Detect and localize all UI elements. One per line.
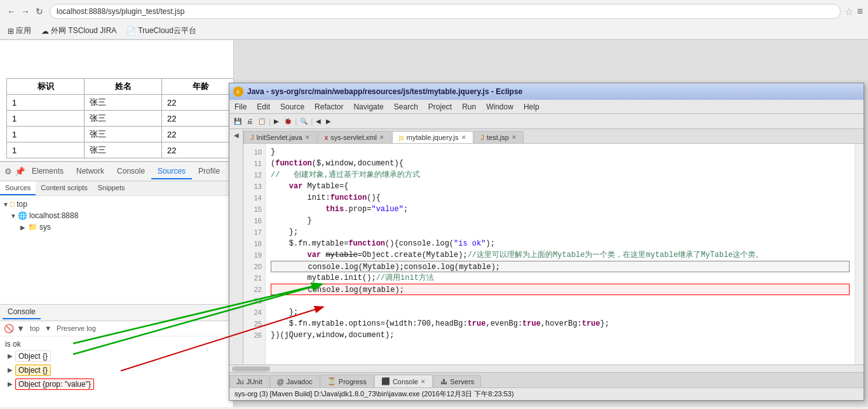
- close-icon-2[interactable]: ✕: [379, 134, 384, 141]
- close-icon-4[interactable]: ✕: [512, 134, 517, 141]
- bottom-tab-progress[interactable]: ⏳ Progress: [320, 375, 374, 387]
- tree-item-top[interactable]: ▼ □ top: [0, 198, 234, 210]
- bookmarks-bar: ⊞ 应用 ☁ 外网 TSCloud JIRA 📄 TrueCloud云平台: [0, 23, 868, 39]
- obj-arrow-1[interactable]: ▶: [8, 352, 13, 359]
- menu-edit[interactable]: Edit: [252, 101, 275, 113]
- java-icon: J: [250, 134, 254, 141]
- menu-run[interactable]: Run: [457, 101, 481, 113]
- tab-network[interactable]: Network: [70, 164, 111, 179]
- menu-refactor[interactable]: Refactor: [309, 101, 348, 113]
- close-icon[interactable]: ✕: [305, 134, 310, 141]
- toolbar-save[interactable]: 💾: [232, 117, 243, 125]
- toolbar-debug[interactable]: 🐞: [282, 117, 294, 125]
- sources-sub-tabs: Sources Content scripts Snippets: [0, 181, 234, 196]
- editor-scrollbar[interactable]: [855, 144, 864, 364]
- ln-26: 26: [243, 329, 265, 341]
- toolbar-copy[interactable]: 📋: [256, 117, 268, 125]
- tab-init-servlet-label: InitServlet.java: [257, 134, 302, 141]
- reload-button[interactable]: ↻: [33, 5, 46, 18]
- tab-console[interactable]: Console: [111, 164, 151, 179]
- tree-item-localhost[interactable]: ▼ 🌐 localhost:8888: [0, 210, 234, 221]
- folder2-icon: 📁: [28, 223, 37, 232]
- console-toolbar: 🚫 ▼ top ▼ Preserve log: [0, 321, 234, 336]
- eclipse-bottom-tabs: Ju JUnit @ Javadoc ⏳ Progress ⬛ Console …: [229, 373, 864, 388]
- console-obj-3[interactable]: ▶ Object {prop: "value"}: [5, 377, 229, 391]
- console-close-icon[interactable]: ✕: [421, 378, 426, 385]
- bottom-tab-progress-label: Progress: [339, 378, 367, 385]
- eclipse-window: E Java - sys-org/src/main/webapp/resourc…: [229, 83, 864, 401]
- preserve-log-label: Preserve log: [57, 324, 96, 332]
- obj-arrow-2[interactable]: ▶: [8, 366, 13, 373]
- menu-icon[interactable]: ≡: [857, 6, 863, 17]
- console-obj-1[interactable]: ▶ Object {}: [5, 349, 229, 363]
- tab-sources[interactable]: Sources: [151, 164, 192, 179]
- menu-source[interactable]: Source: [275, 101, 309, 113]
- filter-console-button[interactable]: ▼: [17, 324, 25, 333]
- horizontal-scrollbar[interactable]: [229, 364, 864, 372]
- console-obj-2[interactable]: ▶ Object {}: [5, 363, 229, 377]
- tscloud-label: 外网 TSCloud JIRA: [51, 25, 116, 36]
- js-icon: js: [399, 134, 404, 141]
- context-dropdown[interactable]: top: [27, 324, 42, 332]
- bottom-tab-junit-label: JUnit: [247, 378, 262, 385]
- menu-window[interactable]: Window: [481, 101, 519, 113]
- bookmark-apps[interactable]: ⊞ 应用: [5, 24, 34, 38]
- panel-toggle[interactable]: ◀: [234, 132, 239, 139]
- menu-project[interactable]: Project: [423, 101, 457, 113]
- code-line-11: (function($,window,document){: [271, 158, 850, 169]
- bookmark-truecloud[interactable]: 📄 TrueCloud云平台: [124, 24, 199, 38]
- bottom-tab-servers[interactable]: 🖧 Servers: [433, 375, 481, 387]
- code-area[interactable]: } (function($,window,document){ // 创建对象,…: [266, 144, 855, 364]
- tab-mytable-jquery[interactable]: js mytable.jquery.js ✕: [392, 131, 473, 143]
- truecloud-label: TrueCloud云平台: [138, 25, 196, 36]
- devtools-icon[interactable]: ⚙: [3, 167, 14, 176]
- tab-init-servlet[interactable]: J InitServlet.java ✕: [243, 131, 317, 143]
- toolbar-run[interactable]: ▶: [272, 117, 281, 125]
- ln-17: 17: [243, 226, 265, 238]
- ln-21: 21: [243, 272, 265, 284]
- table-row: 1张三22: [7, 111, 234, 127]
- bookmark-tscloud[interactable]: ☁ 外网 TSCloud JIRA: [39, 24, 119, 38]
- forward-button[interactable]: →: [19, 5, 32, 18]
- ln-25: 25: [243, 318, 265, 329]
- clear-console-button[interactable]: 🚫: [4, 324, 14, 333]
- sub-tab-content-scripts[interactable]: Content scripts: [36, 181, 92, 195]
- eclipse-title-text: Java - sys-org/src/main/webapp/resources…: [247, 87, 522, 96]
- menu-search[interactable]: Search: [389, 101, 423, 113]
- sub-tab-snippets[interactable]: Snippets: [93, 181, 130, 195]
- bottom-tab-console[interactable]: ⬛ Console ✕: [374, 375, 433, 387]
- star-icon[interactable]: ☆: [844, 6, 853, 18]
- console-tab[interactable]: Console: [3, 305, 41, 319]
- devtools-pin[interactable]: 📌: [14, 167, 25, 176]
- ln-23: 23: [243, 295, 265, 307]
- webpage: 标识 姓名 年龄 1张三22 1张三22 1张三22 1张三22 ⚙ 📌: [0, 40, 234, 407]
- toolbar-back[interactable]: ◀: [314, 117, 323, 125]
- menu-help[interactable]: Help: [519, 101, 545, 113]
- toolbar-print[interactable]: 🖨: [245, 117, 255, 125]
- sub-tab-sources[interactable]: Sources: [0, 181, 36, 195]
- address-bar[interactable]: [50, 4, 841, 19]
- close-icon-3[interactable]: ✕: [461, 134, 466, 141]
- cloud-icon: ☁: [41, 27, 49, 36]
- menu-file[interactable]: File: [229, 101, 252, 113]
- tab-test-jsp[interactable]: J test.jsp ✕: [474, 131, 524, 143]
- menu-navigate[interactable]: Navigate: [348, 101, 388, 113]
- bottom-tab-javadoc[interactable]: @ Javadoc: [270, 375, 320, 387]
- toolbar-search[interactable]: 🔍: [298, 117, 309, 125]
- bottom-tab-junit[interactable]: Ju JUnit: [229, 375, 269, 387]
- eclipse-editor-tabs: J InitServlet.java ✕ x sys-servlet.xml ✕…: [243, 129, 864, 144]
- obj-arrow-3[interactable]: ▶: [8, 380, 13, 387]
- code-line-26: })(jQuery,window,document);: [271, 329, 850, 341]
- tab-profile[interactable]: Profile: [192, 164, 226, 179]
- eclipse-icon: E: [233, 87, 243, 97]
- ln-12: 12: [243, 169, 265, 181]
- console-content: is ok ▶ Object {} ▶ Object {} ▶ Object {…: [0, 336, 234, 408]
- eclipse-titlebar: E Java - sys-org/src/main/webapp/resourc…: [229, 83, 864, 100]
- code-line-10: }: [271, 146, 850, 158]
- tree-item-sys[interactable]: ▶ 📁 sys: [0, 221, 234, 233]
- toolbar-forward[interactable]: ▶: [324, 117, 333, 125]
- tab-sys-servlet[interactable]: x sys-servlet.xml ✕: [318, 131, 391, 143]
- browser-toolbar: ← → ↻ ☆ ≡: [0, 0, 868, 23]
- back-button[interactable]: ←: [5, 5, 18, 18]
- tab-elements[interactable]: Elements: [25, 164, 70, 179]
